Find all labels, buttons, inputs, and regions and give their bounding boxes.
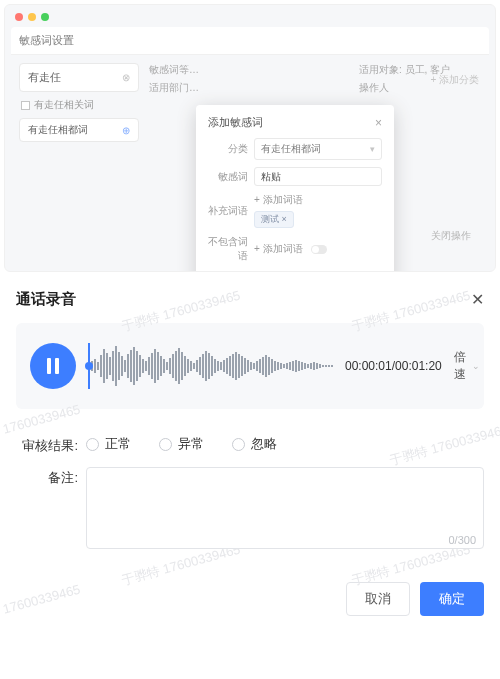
radio-ignore[interactable]: 忽略 — [232, 435, 277, 453]
window-traffic-lights — [11, 11, 489, 27]
modal-word-label: 敏感词 — [208, 170, 248, 184]
modal-category-label: 分类 — [208, 142, 248, 156]
ok-button[interactable]: 确定 — [420, 582, 484, 616]
panel-title: 通话录音 — [16, 290, 76, 309]
bg-info-line: 适用部门… — [149, 81, 199, 95]
modal-category-value: 有走任相都词 — [261, 142, 321, 156]
checkbox-icon — [21, 101, 30, 110]
bg-tree-node[interactable]: 有走任相关词 — [19, 92, 139, 116]
bg-tree-child[interactable]: 有走任相都词 ⊕ — [19, 118, 139, 142]
traffic-close-icon — [15, 13, 23, 21]
bg-add-category-button[interactable]: + 添加分类 — [430, 73, 479, 87]
add-sensitive-word-modal: 添加敏感词 × 分类 有走任相都词 ▾ 敏感词 补充词语 — [196, 105, 394, 272]
radio-normal-label: 正常 — [105, 435, 131, 453]
bg-category-select-value: 有走任 — [28, 70, 61, 85]
remark-textarea[interactable] — [86, 467, 484, 549]
bg-info-label: 适用对象: — [359, 64, 402, 75]
radio-abnormal[interactable]: 异常 — [159, 435, 204, 453]
panel-close-button[interactable]: ✕ — [471, 290, 484, 309]
modal-category-select[interactable]: 有走任相都词 ▾ — [254, 138, 382, 160]
chevron-down-icon: ▾ — [370, 144, 375, 154]
speed-select[interactable]: 倍速 ⌄ — [454, 349, 480, 383]
review-result-label: 审核结果: — [16, 435, 78, 455]
modal-excl-add-button[interactable]: + 添加词语 — [254, 242, 303, 256]
bg-close-link[interactable]: 关闭操作 — [431, 229, 471, 243]
plus-icon: ⊕ — [122, 125, 130, 136]
bg-category-select[interactable]: 有走任 ⊗ — [19, 63, 139, 92]
playback-time: 00:00:01/00:01:20 — [345, 359, 442, 373]
char-counter: 0/300 — [448, 534, 476, 546]
chevron-down-icon: ⌄ — [472, 361, 480, 371]
waveform — [88, 343, 333, 389]
call-recording-panel: 于骅特 17600339465 于骅特 17600339465 于骅特 1760… — [0, 276, 500, 634]
modal-supp-tag[interactable]: 测试 × — [254, 211, 294, 228]
waveform-track[interactable] — [88, 343, 333, 389]
modal-excl-toggle[interactable] — [311, 245, 327, 254]
radio-normal[interactable]: 正常 — [86, 435, 131, 453]
traffic-max-icon — [41, 13, 49, 21]
modal-close-button[interactable]: × — [375, 116, 382, 130]
bg-tree-node-label: 有走任相关词 — [34, 98, 94, 112]
bg-page-title: 敏感词设置 — [11, 27, 489, 55]
modal-word-input[interactable] — [254, 167, 382, 186]
traffic-min-icon — [28, 13, 36, 21]
modal-excl-label: 不包含词语 — [208, 235, 248, 263]
radio-ignore-label: 忽略 — [251, 435, 277, 453]
clear-icon: ⊗ — [122, 72, 130, 83]
radio-icon — [232, 438, 245, 451]
remark-label: 备注: — [16, 467, 78, 487]
bg-tree-child-label: 有走任相都词 — [28, 123, 88, 137]
playhead-cursor[interactable] — [88, 343, 90, 389]
modal-supp-add-button[interactable]: + 添加词语 — [254, 194, 303, 205]
pause-icon — [47, 358, 59, 374]
radio-icon — [86, 438, 99, 451]
radio-abnormal-label: 异常 — [178, 435, 204, 453]
modal-title: 添加敏感词 — [208, 115, 263, 130]
background-app: 敏感词设置 有走任 ⊗ 有走任相关词 有走任相都词 ⊕ + 添加分类 敏感词等…… — [4, 4, 496, 272]
audio-player: 00:00:01/00:01:20 倍速 ⌄ — [16, 323, 484, 409]
radio-icon — [159, 438, 172, 451]
bg-info-line: 敏感词等… — [149, 63, 199, 77]
modal-supp-label: 补充词语 — [208, 204, 248, 218]
pause-button[interactable] — [30, 343, 76, 389]
speed-label: 倍速 — [454, 349, 466, 383]
cancel-button[interactable]: 取消 — [346, 582, 410, 616]
